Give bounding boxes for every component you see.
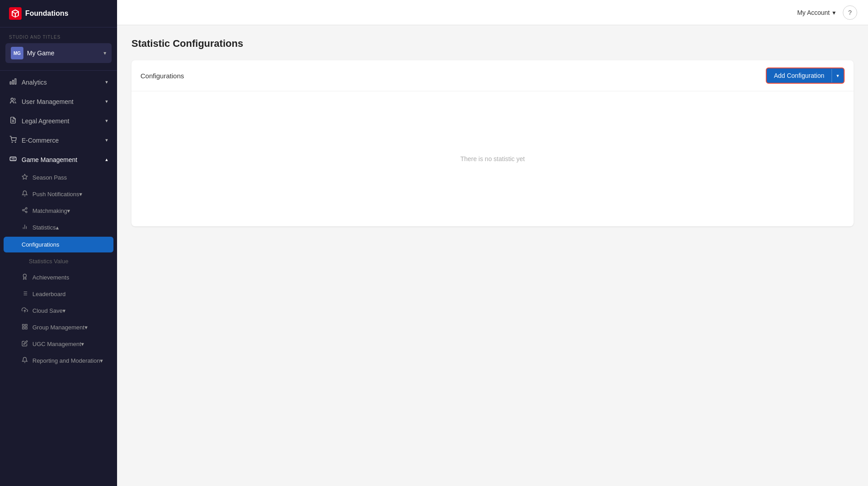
- push-notifications-icon: [22, 190, 28, 198]
- analytics-chevron-icon: ▾: [105, 79, 108, 85]
- push-notifications-chevron-icon: ▾: [79, 191, 82, 198]
- account-chevron-icon: ▾: [832, 9, 836, 16]
- cloud-save-chevron-icon: ▾: [63, 307, 66, 314]
- legal-icon: [9, 117, 17, 125]
- account-label: My Account: [797, 9, 830, 16]
- statistics-label: Statistics: [32, 224, 56, 231]
- season-pass-icon: [22, 174, 28, 181]
- ugc-management-label: UGC Management: [32, 341, 81, 347]
- sidebar-item-ugc-management[interactable]: UGC Management ▾: [0, 336, 117, 352]
- logo-icon: [9, 7, 22, 20]
- svg-rect-1: [13, 80, 14, 84]
- reporting-moderation-label: Reporting and Moderation: [32, 357, 100, 364]
- user-management-label: User Management: [22, 98, 73, 105]
- main-wrapper: My Account ▾ ? Statistic Configurations …: [117, 0, 868, 486]
- season-pass-label: Season Pass: [32, 174, 67, 181]
- sidebar-item-statistics-value[interactable]: Statistics Value: [0, 253, 117, 269]
- ecommerce-label: E-Commerce: [22, 137, 59, 144]
- add-config-main-button[interactable]: Add Configuration: [767, 68, 832, 83]
- svg-point-7: [15, 142, 16, 142]
- game-management-chevron-icon: ▴: [105, 157, 108, 162]
- user-management-icon: [9, 97, 17, 106]
- sidebar: Foundations STUDIO AND TITLES MG My Game…: [0, 0, 117, 486]
- cloud-save-icon: [22, 307, 28, 315]
- sidebar-item-game-management[interactable]: Game Management ▴: [0, 150, 117, 169]
- sidebar-item-leaderboard[interactable]: Leaderboard: [0, 286, 117, 302]
- leaderboard-icon: [22, 290, 28, 298]
- game-chevron-icon: ▾: [104, 50, 106, 56]
- logo-area: Foundations: [0, 0, 117, 27]
- sidebar-item-user-management[interactable]: User Management ▾: [0, 92, 117, 111]
- matchmaking-icon: [22, 207, 28, 215]
- card-empty-state: There is no statistic yet: [131, 91, 854, 226]
- svg-line-14: [24, 209, 26, 210]
- svg-point-6: [12, 142, 12, 142]
- app-name: Foundations: [25, 9, 68, 18]
- game-avatar: MG: [11, 47, 23, 59]
- help-icon: ?: [848, 9, 852, 16]
- statistics-icon: [22, 224, 28, 231]
- sidebar-item-achievements[interactable]: Achievements: [0, 269, 117, 286]
- sidebar-item-configurations[interactable]: Configurations: [4, 237, 113, 252]
- achievements-label: Achievements: [32, 274, 69, 281]
- legal-agreement-label: Legal Agreement: [22, 117, 69, 125]
- game-management-icon: [9, 155, 17, 164]
- group-management-label: Group Management: [32, 324, 85, 331]
- svg-rect-0: [15, 79, 16, 84]
- ugc-management-icon: [22, 340, 28, 348]
- matchmaking-label: Matchmaking: [32, 207, 67, 214]
- sidebar-item-season-pass[interactable]: Season Pass: [0, 169, 117, 186]
- sidebar-item-push-notifications[interactable]: Push Notifications ▾: [0, 186, 117, 202]
- svg-line-13: [24, 211, 26, 212]
- achievements-icon: [22, 274, 28, 281]
- sidebar-item-matchmaking[interactable]: Matchmaking ▾: [0, 202, 117, 219]
- sidebar-item-group-management[interactable]: Group Management ▾: [0, 319, 117, 336]
- help-button[interactable]: ?: [843, 5, 857, 20]
- sidebar-item-statistics[interactable]: Statistics ▴: [0, 219, 117, 236]
- reporting-chevron-icon: ▾: [100, 357, 103, 364]
- game-selector[interactable]: MG My Game ▾: [5, 43, 112, 63]
- matchmaking-chevron-icon: ▾: [67, 207, 70, 214]
- card-header-title: Configurations: [140, 72, 184, 80]
- svg-rect-23: [23, 327, 24, 329]
- group-management-icon: [22, 324, 28, 331]
- sidebar-item-legal-agreement[interactable]: Legal Agreement ▾: [0, 111, 117, 130]
- add-configuration-button[interactable]: Add Configuration ▾: [766, 68, 845, 84]
- page-title: Statistic Configurations: [131, 38, 854, 50]
- analytics-icon: [9, 78, 17, 86]
- sidebar-item-analytics[interactable]: Analytics ▾: [0, 72, 117, 92]
- sidebar-item-cloud-save[interactable]: Cloud Save ▾: [0, 302, 117, 319]
- svg-point-11: [23, 209, 24, 211]
- sidebar-item-ecommerce[interactable]: E-Commerce ▾: [0, 130, 117, 150]
- header: My Account ▾ ?: [117, 0, 868, 25]
- svg-rect-20: [23, 324, 24, 326]
- svg-point-18: [23, 274, 27, 277]
- game-name: My Game: [27, 50, 100, 57]
- push-notifications-label: Push Notifications: [32, 191, 79, 198]
- svg-point-12: [26, 211, 27, 213]
- main-content: Statistic Configurations Configurations …: [117, 25, 868, 486]
- svg-rect-22: [25, 327, 27, 329]
- game-management-label: Game Management: [22, 156, 77, 163]
- leaderboard-label: Leaderboard: [32, 291, 66, 297]
- statistics-chevron-icon: ▴: [56, 224, 59, 231]
- configurations-label: Configurations: [22, 241, 59, 248]
- empty-state-message: There is no statistic yet: [460, 155, 524, 162]
- group-management-chevron-icon: ▾: [85, 324, 88, 331]
- svg-rect-2: [10, 82, 11, 84]
- svg-rect-21: [25, 324, 27, 326]
- add-config-dropdown-arrow[interactable]: ▾: [832, 69, 844, 82]
- sidebar-item-reporting-moderation[interactable]: Reporting and Moderation ▾: [0, 352, 117, 369]
- reporting-icon: [22, 357, 28, 364]
- studio-label: STUDIO AND TITLES: [0, 27, 117, 43]
- ugc-management-chevron-icon: ▾: [81, 341, 84, 347]
- ecommerce-icon: [9, 136, 17, 144]
- analytics-label: Analytics: [22, 79, 47, 86]
- ecommerce-chevron-icon: ▾: [105, 137, 108, 143]
- statistics-value-label: Statistics Value: [29, 258, 68, 265]
- legal-chevron-icon: ▾: [105, 118, 108, 124]
- sidebar-divider: [0, 70, 117, 71]
- svg-point-3: [11, 98, 13, 100]
- svg-point-10: [26, 207, 27, 209]
- account-menu[interactable]: My Account ▾: [797, 9, 836, 16]
